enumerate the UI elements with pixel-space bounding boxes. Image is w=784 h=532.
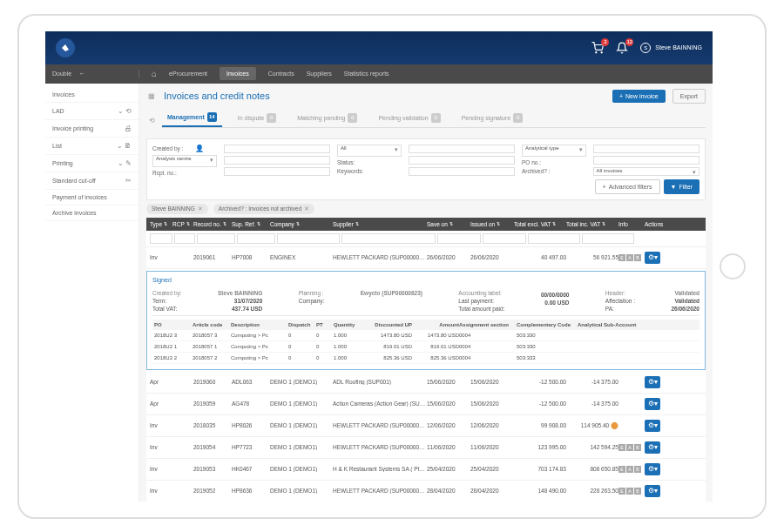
column-header[interactable]: RCP ⇅: [172, 221, 193, 227]
back-arrow-icon[interactable]: ←: [78, 70, 85, 77]
analytical-type-select[interactable]: Analytical type: [522, 145, 586, 157]
column-filter-input[interactable]: [174, 233, 195, 244]
svg-point-1: [601, 51, 602, 52]
navbar: Double ← ⌂ eProcurement Invoices Contrac…: [45, 64, 713, 84]
avatar: S: [640, 43, 651, 53]
column-filter-input[interactable]: [582, 233, 634, 244]
sidebar-item[interactable]: Invoices: [45, 87, 139, 103]
column-filter-input[interactable]: [341, 233, 436, 244]
table-row[interactable]: Inv 2019053 HK0467 DEMO 1 (DEMO1) H & K …: [146, 459, 706, 481]
layout-icon[interactable]: ▦: [146, 91, 157, 101]
tab-pending-validation[interactable]: Pending validation0: [373, 110, 445, 126]
analysis-centre-select[interactable]: Analysis centre: [152, 155, 217, 167]
column-filter-input[interactable]: [483, 233, 526, 244]
table-row[interactable]: Apr 2019059 AG478 DEMO 1 (DEMO1) Action …: [146, 394, 706, 415]
keywords-input[interactable]: [409, 167, 516, 176]
invoice-table: Type ⇅RCP ⇅Record no. ⇅Sup. Ref. ⇅Compan…: [146, 218, 706, 502]
nav-eprocurement[interactable]: eProcurement: [169, 71, 207, 77]
table-row[interactable]: Inv 2019052 HP8636 DEMO 1 (DEMO1) HEWLET…: [146, 481, 706, 502]
row-actions-button[interactable]: ⚙▾: [645, 463, 660, 475]
cart-icon[interactable]: 2: [591, 42, 604, 54]
analysis-input[interactable]: [224, 156, 331, 165]
export-button[interactable]: Export: [672, 89, 706, 104]
all-select[interactable]: All: [337, 145, 402, 157]
tab-matching-pending[interactable]: Matching pending0: [292, 110, 362, 126]
row-actions-button[interactable]: ⚙▾: [645, 420, 660, 432]
main-content: ▦ Invoices and credit notes +New invoice…: [139, 84, 713, 502]
chip-close-icon[interactable]: ✕: [198, 205, 203, 212]
nav-invoices[interactable]: Invoices: [220, 67, 256, 80]
column-header[interactable]: Info: [618, 221, 645, 227]
bell-icon[interactable]: 12: [616, 42, 628, 54]
created-by-input[interactable]: [224, 145, 331, 153]
column-header[interactable]: Save on ⇅: [427, 221, 470, 227]
column-header[interactable]: Total inc. VAT ⇅: [566, 221, 618, 227]
filter-panel: Created by :👤 Analysis centre Rcpt. no.:…: [146, 138, 706, 200]
column-filter-input[interactable]: [150, 233, 172, 244]
tab-management[interactable]: Management14: [162, 109, 222, 127]
column-header[interactable]: Record no. ⇅: [193, 221, 232, 227]
page-title: Invoices and credit notes: [164, 91, 270, 101]
refresh-icon[interactable]: ⟲: [146, 116, 157, 126]
column-filter-input[interactable]: [437, 233, 481, 244]
column-header[interactable]: Issued on ⇅: [470, 221, 514, 227]
column-header[interactable]: Sup. Ref. ⇅: [232, 221, 270, 227]
sidebar-item[interactable]: List⌄ 🗎: [45, 138, 139, 155]
column-header[interactable]: Company ⇅: [270, 221, 333, 227]
archived-select[interactable]: All invoices: [593, 167, 700, 176]
nav-stats[interactable]: Statistics reports: [344, 71, 389, 77]
table-row[interactable]: Apr 2019060 ADL063 DEMO 1 (DEMO1) ADL Ro…: [146, 372, 706, 394]
expanded-panel: Signed Created by:Term:Total VAT: Steve …: [146, 271, 706, 370]
row-actions-button[interactable]: ⚙▾: [645, 252, 660, 264]
nav-contracts[interactable]: Contracts: [268, 71, 294, 77]
column-filter-input[interactable]: [528, 233, 580, 244]
top-header: 2 12 S Steve BAINNING: [45, 31, 713, 64]
filter-chip: Archived? : Invoices not archived✕: [213, 204, 314, 214]
table-row[interactable]: Inv 2019061 HP7008 ENGINEX HEWLETT PACKA…: [146, 247, 706, 269]
status-input[interactable]: [409, 156, 516, 165]
column-header[interactable]: Supplier ⇅: [333, 221, 427, 227]
row-actions-button[interactable]: ⚙▾: [645, 398, 660, 410]
filter-chip: Steve BAINNING✕: [146, 204, 208, 214]
bell-badge: 12: [625, 38, 633, 46]
user-name: Steve BAINNING: [655, 44, 702, 51]
tab-in-dispute[interactable]: In dispute0: [233, 110, 281, 126]
all-input[interactable]: [409, 145, 516, 153]
nav-suppliers[interactable]: Suppliers: [307, 71, 332, 77]
table-row[interactable]: Inv 2019054 HP7723 DEMO 1 (DEMO1) HEWLET…: [146, 437, 706, 459]
sidebar-item[interactable]: Archive invoices: [45, 205, 139, 221]
user-menu[interactable]: S Steve BAINNING: [640, 43, 702, 53]
advanced-filters-button[interactable]: +Advanced filters: [595, 179, 660, 194]
table-row[interactable]: Inv 2018035 HP8026 DEMO 1 (DEMO1) HEWLET…: [146, 415, 706, 437]
chip-close-icon[interactable]: ✕: [304, 205, 309, 212]
logo-icon: [56, 38, 75, 57]
new-invoice-button[interactable]: +New invoice: [612, 90, 666, 103]
row-actions-button[interactable]: ⚙▾: [645, 376, 660, 388]
column-header[interactable]: Actions: [645, 221, 679, 227]
home-icon[interactable]: ⌂: [152, 69, 157, 78]
row-actions-button[interactable]: ⚙▾: [645, 485, 660, 497]
column-filter-input[interactable]: [277, 233, 340, 244]
sidebar-item[interactable]: Printing⌄ ✎: [45, 155, 139, 172]
svg-point-0: [596, 51, 597, 52]
column-filter-input[interactable]: [237, 233, 275, 244]
rcpt-input[interactable]: [224, 167, 331, 176]
column-filter-input[interactable]: [197, 233, 235, 244]
po-input[interactable]: [593, 156, 700, 165]
cart-badge: 2: [601, 38, 609, 46]
column-header[interactable]: Total excl. VAT ⇅: [514, 221, 566, 227]
filter-button[interactable]: ▼Filter: [664, 179, 700, 194]
column-header[interactable]: Type ⇅: [150, 221, 172, 227]
sidebar: InvoicesLAD⌄ ⟲Invoice printing🖨List⌄ 🗎Pr…: [45, 84, 139, 502]
sidebar-item[interactable]: LAD⌄ ⟲: [45, 103, 139, 120]
sidebar-item[interactable]: Standard cut-off✂: [45, 172, 139, 190]
nav-left-label: Double: [52, 71, 71, 77]
sidebar-item[interactable]: Payment of invoices: [45, 190, 139, 205]
tab-pending-signature[interactable]: Pending signature0: [456, 110, 528, 126]
row-actions-button[interactable]: ⚙▾: [645, 441, 660, 454]
sidebar-item[interactable]: Invoice printing🖨: [45, 120, 139, 138]
analytical-input[interactable]: [593, 145, 700, 153]
